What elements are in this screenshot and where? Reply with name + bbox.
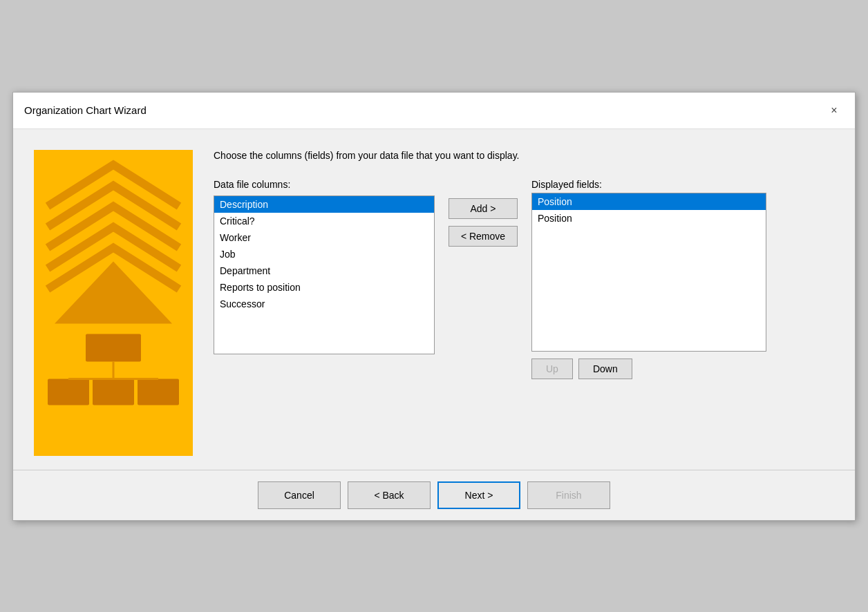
dialog-footer: Cancel < Back Next > Finish [13,470,855,520]
list-item[interactable]: Successor [214,296,434,312]
add-button[interactable]: Add > [449,198,518,219]
list-item[interactable]: Worker [214,229,434,246]
description-text: Choose the columns (fields) from your da… [214,150,834,161]
list-item[interactable]: Position [532,193,766,210]
dialog-content: Choose the columns (fields) from your da… [214,150,834,456]
close-button[interactable]: × [824,101,844,120]
next-button[interactable]: Next > [437,481,520,509]
svg-rect-3 [48,379,89,405]
columns-area: Data file columns: Description Critical?… [214,179,834,456]
data-columns-listbox[interactable]: Description Critical? Worker Job Departm… [214,195,435,354]
displayed-fields-listbox[interactable]: Position Position [531,193,766,352]
list-item[interactable]: Critical? [214,213,434,229]
displayed-fields-label: Displayed fields: [531,179,766,190]
svg-rect-4 [93,379,134,405]
remove-button[interactable]: < Remove [449,226,518,247]
list-item[interactable]: Job [214,246,434,262]
list-item[interactable]: Description [214,196,434,213]
up-button[interactable]: Up [531,358,573,379]
up-down-area: Up Down [531,358,766,379]
finish-button[interactable]: Finish [527,481,610,509]
wizard-dialog: Organization Chart Wizard × [12,92,856,521]
title-bar: Organization Chart Wizard × [13,93,855,129]
displayed-fields-section: Displayed fields: Position Position Up D… [531,179,766,379]
data-columns-section: Data file columns: Description Critical?… [214,179,435,354]
wizard-illustration [34,150,193,456]
dialog-title: Organization Chart Wizard [24,104,147,116]
cancel-button[interactable]: Cancel [258,481,341,509]
list-item[interactable]: Department [214,262,434,279]
data-columns-label: Data file columns: [214,179,435,190]
list-item[interactable]: Position [532,210,766,227]
dialog-body: Choose the columns (fields) from your da… [13,129,855,470]
list-item[interactable]: Reports to position [214,279,434,296]
svg-rect-2 [86,334,141,361]
back-button[interactable]: < Back [348,481,431,509]
add-remove-buttons: Add > < Remove [435,198,531,247]
down-button[interactable]: Down [578,358,632,379]
svg-rect-5 [138,379,179,405]
